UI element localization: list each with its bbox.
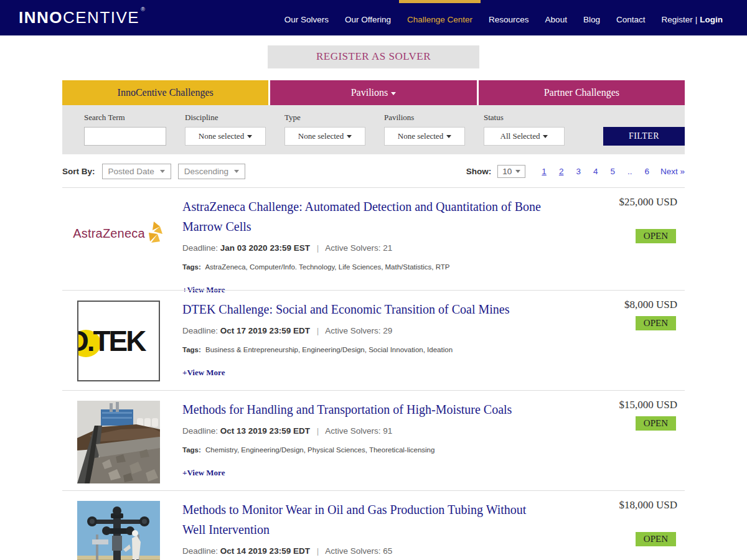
challenge-prize: $15,000 USD xyxy=(619,399,677,411)
tab-pavilions[interactable]: Pavilions xyxy=(268,80,476,105)
view-more-link[interactable]: +View More xyxy=(182,468,225,478)
tags-value: Business & Entrepreneurship, Engineering… xyxy=(205,346,453,353)
solvers-label: Active Solvers: xyxy=(325,326,380,335)
solvers-label: Active Solvers: xyxy=(325,546,380,556)
solvers-value: 65 xyxy=(383,546,392,556)
meta-separator: | xyxy=(317,426,319,436)
search-term-group: Search Term xyxy=(84,113,166,146)
solvers-label: Active Solvers: xyxy=(325,426,380,436)
status-badge-open[interactable]: OPEN xyxy=(636,316,676,330)
sort-field-value: Posted Date xyxy=(108,167,154,176)
filter-button[interactable]: FILTER xyxy=(603,127,685,146)
challenge-prize: $25,000 USD xyxy=(619,196,677,208)
challenge-title[interactable]: DTEK Challenge: Social and Economic Tran… xyxy=(182,299,550,319)
filter-bar: Search Term Discipline None selected Typ… xyxy=(62,105,685,154)
status-dropdown[interactable]: All Selected xyxy=(484,127,565,146)
sort-field-select[interactable]: Posted Date xyxy=(102,164,171,179)
deadline-label: Deadline: xyxy=(182,426,218,436)
challenge-meta: Deadline: Jan 03 2020 23:59 EST | Active… xyxy=(182,243,550,253)
dtek-logo[interactable]: D.TEK xyxy=(77,301,160,381)
challenge-tags: Tags: AstraZeneca, Computer/Info. Techno… xyxy=(182,263,550,271)
pavilions-value: None selected xyxy=(398,131,443,141)
challenge-logo-col: AstraZeneca xyxy=(72,197,165,290)
status-badge-open[interactable]: OPEN xyxy=(636,416,676,431)
challenge-logo-col: D.TEK xyxy=(72,299,165,390)
deadline-label: Deadline: xyxy=(182,546,218,556)
pagination-area: Show: 10 1 2 3 4 5 .. 6 Next » xyxy=(466,165,685,178)
challenge-prize: $8,000 USD xyxy=(624,299,677,311)
search-input[interactable] xyxy=(84,127,166,146)
challenge-tags: Tags: Chemistry, Engineering/Design, Phy… xyxy=(182,446,550,454)
show-count-value: 10 xyxy=(502,167,512,176)
show-label: Show: xyxy=(466,167,492,176)
chevron-down-icon xyxy=(160,170,165,173)
discipline-dropdown[interactable]: None selected xyxy=(185,127,266,146)
challenge-row: D.TEK DTEK Challenge: Social and Economi… xyxy=(62,290,685,390)
page-ellipsis: .. xyxy=(627,167,632,176)
astrazeneca-logo[interactable]: AstraZeneca xyxy=(73,215,164,251)
nav-resources[interactable]: Resources xyxy=(481,0,537,35)
register-link[interactable]: Register xyxy=(661,15,692,24)
challenge-title[interactable]: Methods to Monitor Wear in Oil and Gas P… xyxy=(182,500,550,539)
deadline-value: Oct 17 2019 23:59 EDT xyxy=(220,326,310,335)
discipline-group: Discipline None selected xyxy=(185,113,266,146)
tags-label: Tags: xyxy=(182,446,201,454)
chevron-down-icon xyxy=(347,135,352,138)
show-count-select[interactable]: 10 xyxy=(497,165,525,178)
page-2-link[interactable]: 2 xyxy=(559,167,564,176)
type-label: Type xyxy=(284,113,365,123)
meta-separator: | xyxy=(317,546,319,556)
register-login-separator: | xyxy=(695,15,698,24)
chevron-down-icon xyxy=(247,135,252,138)
innocentive-logo[interactable]: INNO CENTIVE ® xyxy=(19,0,146,35)
tags-value: Chemistry, Engineering/Design, Physical … xyxy=(205,446,435,454)
sort-by-label: Sort By: xyxy=(62,167,95,176)
nav-our-offering[interactable]: Our Offering xyxy=(337,0,399,35)
nav-contact[interactable]: Contact xyxy=(608,0,654,35)
page-1-link[interactable]: 1 xyxy=(542,167,547,176)
chevron-down-icon xyxy=(543,135,548,138)
nav-our-solvers[interactable]: Our Solvers xyxy=(276,0,337,35)
nav-blog[interactable]: Blog xyxy=(575,0,608,35)
solvers-value: 91 xyxy=(383,426,392,436)
status-group: Status All Selected xyxy=(484,113,565,146)
view-more-link[interactable]: +View More xyxy=(182,368,225,378)
challenge-logo-col xyxy=(72,500,165,560)
search-term-label: Search Term xyxy=(84,113,166,123)
astrazeneca-logo-text: AstraZeneca xyxy=(73,226,145,241)
login-link[interactable]: Login xyxy=(700,15,723,24)
challenge-title[interactable]: Methods for Handling and Transportation … xyxy=(182,399,550,419)
challenge-title[interactable]: AstraZeneca Challenge: Automated Detecti… xyxy=(182,197,550,236)
nav-challenge-center[interactable]: Challenge Center xyxy=(399,0,481,35)
next-page-link[interactable]: Next » xyxy=(660,167,685,176)
coal-conveyor-thumbnail[interactable] xyxy=(77,401,160,483)
tags-label: Tags: xyxy=(182,346,201,353)
register-as-solver-button[interactable]: REGISTER AS SOLVER xyxy=(268,45,479,68)
type-dropdown[interactable]: None selected xyxy=(284,127,365,146)
page-3-link[interactable]: 3 xyxy=(576,167,581,176)
astrazeneca-swoosh-icon xyxy=(145,220,164,246)
page-4-link[interactable]: 4 xyxy=(593,167,598,176)
deadline-label: Deadline: xyxy=(182,243,218,253)
challenge-prize: $18,000 USD xyxy=(619,499,677,511)
meta-separator: | xyxy=(317,326,319,335)
challenge-row: AstraZeneca AstraZeneca Challenge: Autom… xyxy=(62,187,685,290)
deadline-value: Jan 03 2020 23:59 EST xyxy=(220,243,310,253)
page-5-link[interactable]: 5 xyxy=(610,167,615,176)
pavilions-dropdown[interactable]: None selected xyxy=(384,127,465,146)
chevron-down-icon xyxy=(391,92,396,95)
tab-pavilions-label: Pavilions xyxy=(351,87,388,98)
status-badge-open[interactable]: OPEN xyxy=(636,532,676,546)
sort-row: Sort By: Posted Date Descending Show: 10… xyxy=(62,164,685,179)
type-group: Type None selected xyxy=(284,113,365,146)
sort-direction-select[interactable]: Descending xyxy=(178,164,245,179)
tab-partner-challenges[interactable]: Partner Challenges xyxy=(477,80,685,105)
challenge-body: AstraZeneca Challenge: Automated Detecti… xyxy=(182,197,550,290)
page-6-link[interactable]: 6 xyxy=(644,167,649,176)
oil-wellhead-thumbnail[interactable] xyxy=(77,501,160,560)
nav-about[interactable]: About xyxy=(537,0,575,35)
chevron-down-icon xyxy=(234,170,239,173)
tab-innocentive-challenges[interactable]: InnoCentive Challenges xyxy=(62,80,268,105)
nav-register-login[interactable]: Register | Login xyxy=(653,0,731,35)
status-badge-open[interactable]: OPEN xyxy=(636,229,676,243)
